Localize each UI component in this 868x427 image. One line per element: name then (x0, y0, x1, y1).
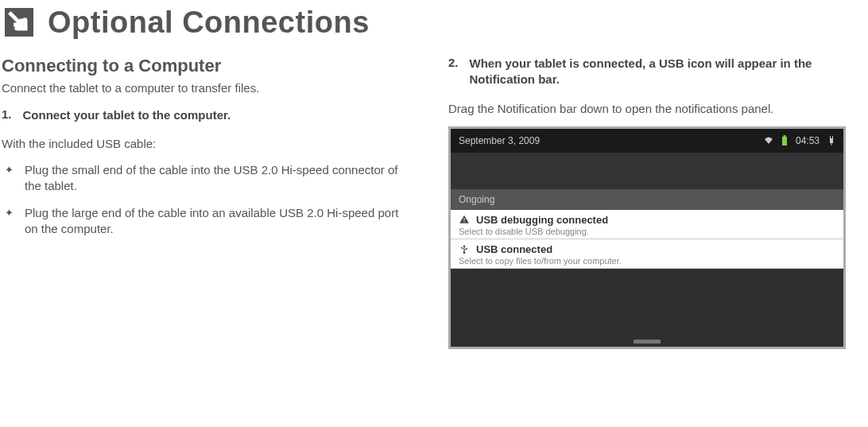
bullet-2: ✦ Plug the large end of the cable into a… (2, 205, 405, 238)
step-2: 2. When your tablet is connected, a USB … (448, 56, 852, 88)
svg-rect-12 (466, 248, 467, 250)
detail-usb-cable: With the included USB cable: (2, 136, 405, 152)
warning-icon (459, 214, 470, 225)
svg-rect-7 (463, 219, 464, 221)
plug-icon (827, 136, 835, 146)
step-1: 1. Connect your tablet to the computer. (2, 107, 405, 123)
svg-rect-1 (782, 137, 787, 146)
star-icon: ✦ (5, 205, 14, 238)
step-1-text: Connect your tablet to the computer. (23, 107, 231, 123)
detail-drag-bar: Drag the Notification bar down to open t… (448, 101, 852, 117)
wifi-icon (764, 137, 773, 145)
page-title-row: Optional Connections (2, 5, 852, 40)
left-column: Connecting to a Computer Connect the tab… (2, 56, 405, 349)
svg-rect-2 (783, 135, 785, 137)
battery-icon (781, 135, 788, 146)
right-column: 2. When your tablet is connected, a USB … (448, 56, 852, 349)
status-date: September 3, 2009 (459, 135, 540, 146)
ongoing-label: Ongoing (459, 194, 494, 205)
page-title: Optional Connections (48, 6, 370, 40)
status-bar: September 3, 2009 04:53 (451, 129, 843, 153)
notif-2-sub: Select to copy files to/from your comput… (459, 256, 835, 266)
svg-point-11 (461, 247, 463, 249)
svg-rect-5 (832, 136, 833, 138)
notif-1-sub: Select to disable USB debugging. (459, 227, 835, 236)
step-2-number: 2. (448, 56, 459, 88)
bullet-2-text: Plug the large end of the cable into an … (25, 205, 405, 238)
arrow-down-right-icon (2, 5, 37, 40)
device-screenshot: September 3, 2009 04:53 Ongoing (448, 126, 846, 349)
blank-strip (451, 153, 843, 189)
notif-2-title: USB connected (476, 243, 552, 255)
intro-text: Connect the tablet to a computer to tran… (2, 81, 405, 95)
bullet-1: ✦ Plug the small end of the cable into t… (2, 162, 405, 195)
notif-1-title: USB debugging connected (476, 214, 608, 226)
svg-rect-4 (830, 136, 831, 138)
svg-rect-6 (831, 143, 832, 146)
status-time: 04:53 (796, 135, 820, 146)
ongoing-header: Ongoing (451, 189, 843, 210)
notification-usb-connected[interactable]: USB connected Select to copy files to/fr… (451, 239, 843, 269)
svg-rect-8 (463, 222, 464, 223)
usb-icon (459, 243, 470, 254)
step-1-number: 1. (2, 107, 12, 123)
notification-usb-debugging[interactable]: USB debugging connected Select to disabl… (451, 210, 843, 239)
subheading-connecting: Connecting to a Computer (2, 56, 405, 76)
svg-rect-3 (830, 138, 833, 143)
star-icon: ✦ (5, 162, 14, 195)
bullet-1-text: Plug the small end of the cable into the… (25, 162, 405, 195)
step-2-text: When your tablet is connected, a USB ico… (470, 56, 852, 88)
drag-handle[interactable] (634, 340, 661, 344)
